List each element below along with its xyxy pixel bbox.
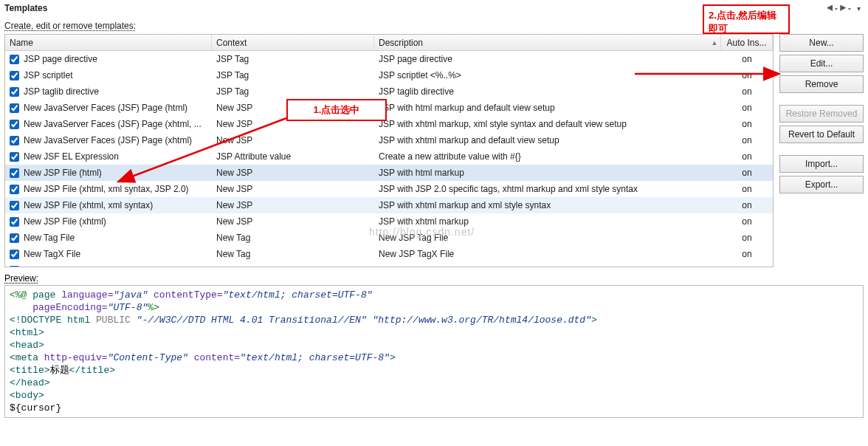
table-body[interactable]: JSP page directiveJSP TagJSP page direct…: [5, 51, 773, 267]
template-name: New JSP File (html): [24, 168, 102, 178]
table-row[interactable]: New JavaServer Faces (JSF) Page (html)Ne…: [5, 100, 773, 116]
template-auto: on: [721, 233, 773, 243]
col-auto-insert[interactable]: Auto Ins...: [721, 35, 773, 50]
template-description: New JSP TagX File: [374, 249, 721, 259]
template-description: JSP page directive: [374, 54, 721, 64]
table-row[interactable]: New TagX FileNew TagNew JSP TagX Fileon: [5, 246, 773, 262]
template-checkbox[interactable]: [10, 55, 19, 64]
template-description: JSP with html markup and default view se…: [374, 103, 721, 113]
template-auto: on: [721, 151, 773, 162]
template-name: New JavaServer Faces (JSF) Page (xhtml, …: [24, 119, 202, 129]
revert-default-button[interactable]: Revert to Default: [779, 126, 864, 143]
export-button[interactable]: Export...: [779, 176, 864, 193]
table-row[interactable]: New JavaServer Faces (JSF) Page (xhtml)N…: [5, 132, 773, 148]
template-checkbox[interactable]: [10, 120, 19, 129]
template-description: JSP with xhtml markup, xml style syntax …: [374, 119, 721, 129]
template-auto: on: [721, 103, 773, 113]
sort-icon: ▲: [709, 35, 720, 51]
table-row[interactable]: New JSP File (xhtml)New JSPJSP with xhtm…: [5, 213, 773, 230]
template-description: Create a new attribute value with #{}: [374, 151, 721, 162]
template-name: New Tag File: [24, 233, 75, 243]
template-checkbox[interactable]: [10, 136, 19, 145]
template-description: Tag attribute directive: [374, 265, 721, 267]
table-row[interactable]: New JSP File (xhtml, xml syntax)New JSPJ…: [5, 197, 773, 213]
template-description: JSP scriptlet <%..%>: [374, 70, 721, 80]
template-checkbox[interactable]: [10, 217, 19, 227]
template-auto: on: [721, 135, 773, 145]
template-auto: on: [721, 216, 773, 227]
template-context: New Tag: [212, 249, 374, 259]
template-checkbox[interactable]: [10, 250, 19, 259]
template-checkbox[interactable]: [10, 185, 19, 194]
template-auto: on: [721, 249, 773, 259]
template-auto: on: [721, 168, 773, 178]
menu-icon[interactable]: ▾: [853, 3, 864, 13]
template-checkbox[interactable]: [10, 71, 19, 80]
remove-button[interactable]: Remove: [779, 75, 864, 93]
template-context: New JSP: [212, 103, 374, 113]
template-description: JSP with html markup: [374, 168, 721, 178]
preview-box[interactable]: <%@ page language="java" contentType="te…: [4, 285, 864, 418]
template-context: New JSP: [212, 119, 374, 129]
table-row[interactable]: JSP taglib directiveJSP TagJSP taglib di…: [5, 83, 773, 100]
templates-table: Name Context Description Auto Ins... ▲ J…: [4, 34, 774, 267]
edit-button[interactable]: Edit...: [779, 55, 864, 72]
col-context[interactable]: Context: [212, 35, 374, 50]
col-name[interactable]: Name: [5, 35, 212, 50]
template-auto: on: [721, 184, 773, 194]
view-toolbar: ⯇▾ ⯈▾ ▾: [827, 3, 864, 13]
forward-icon[interactable]: ⯈▾: [840, 3, 850, 13]
template-name: JSP taglib directive: [24, 86, 99, 97]
template-context: New JSP: [212, 168, 374, 178]
template-name: Tag attribute directive: [24, 265, 108, 267]
template-auto: on: [721, 70, 773, 80]
template-context: New JSP: [212, 135, 374, 145]
new-button[interactable]: New...: [779, 34, 864, 52]
template-context: New JSP: [212, 184, 374, 194]
template-name: New JSP File (xhtml): [24, 216, 106, 227]
import-button[interactable]: Import...: [779, 155, 864, 173]
template-description: JSP with xhtml markup and default view s…: [374, 135, 721, 145]
template-context: New JSP: [212, 216, 374, 227]
table-row[interactable]: New JSP File (xhtml, xml syntax, JSP 2.0…: [5, 181, 773, 197]
table-row[interactable]: JSP page directiveJSP TagJSP page direct…: [5, 51, 773, 67]
template-context: JSP Tag: [212, 86, 374, 97]
table-row[interactable]: Tag attribute directiveJSP TagTag attrib…: [5, 262, 773, 267]
table-row[interactable]: JSP scriptletJSP TagJSP scriptlet <%..%>…: [5, 67, 773, 83]
template-auto: on: [721, 54, 773, 64]
side-buttons: New... Edit... Remove Restore Removed Re…: [779, 34, 864, 267]
template-name: New JSF EL Expression: [24, 151, 119, 162]
template-checkbox[interactable]: [10, 87, 19, 97]
template-auto: on: [721, 86, 773, 97]
template-context: JSP Tag: [212, 70, 374, 80]
restore-removed-button[interactable]: Restore Removed: [779, 105, 864, 123]
template-checkbox[interactable]: [10, 233, 19, 243]
template-description: JSP taglib directive: [374, 86, 721, 97]
table-row[interactable]: New Tag FileNew TagNew JSP Tag Fileon: [5, 230, 773, 246]
col-description[interactable]: Description: [374, 35, 721, 50]
table-row[interactable]: New JSP File (html)New JSPJSP with html …: [5, 165, 773, 181]
template-name: New JavaServer Faces (JSF) Page (xhtml): [24, 135, 192, 145]
template-context: JSP Tag: [212, 54, 374, 64]
template-name: New JSP File (xhtml, xml syntax): [24, 200, 153, 210]
page-subtitle: Create, edit or remove templates:: [0, 16, 868, 34]
template-name: New JavaServer Faces (JSF) Page (html): [24, 103, 187, 113]
template-description: New JSP Tag File: [374, 233, 721, 243]
template-checkbox[interactable]: [10, 103, 19, 113]
template-name: New JSP File (xhtml, xml syntax, JSP 2.0…: [24, 184, 189, 194]
template-name: New TagX File: [24, 249, 80, 259]
template-checkbox[interactable]: [10, 201, 19, 210]
template-description: JSP with JSP 2.0 specific tags, xhtml ma…: [374, 184, 721, 194]
template-description: JSP with xhtml markup: [374, 216, 721, 227]
template-name: JSP scriptlet: [24, 70, 72, 80]
template-checkbox[interactable]: [10, 168, 19, 178]
template-context: New Tag: [212, 233, 374, 243]
template-checkbox[interactable]: [10, 152, 19, 162]
template-context: New JSP: [212, 200, 374, 210]
template-auto: on: [721, 119, 773, 129]
preview-label: Preview:: [0, 267, 868, 285]
table-row[interactable]: New JavaServer Faces (JSF) Page (xhtml, …: [5, 116, 773, 132]
back-icon[interactable]: ⯇▾: [827, 3, 837, 13]
template-checkbox[interactable]: [10, 266, 19, 267]
table-row[interactable]: New JSF EL ExpressionJSP Attribute value…: [5, 148, 773, 165]
